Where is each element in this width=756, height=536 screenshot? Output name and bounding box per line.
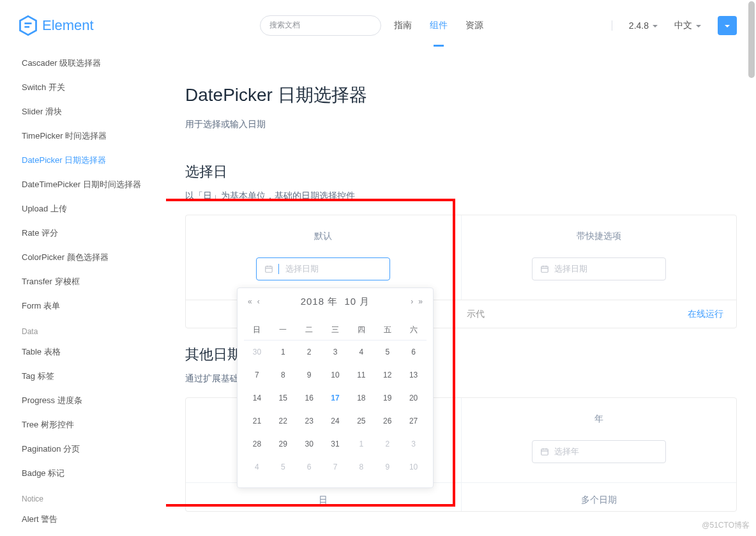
date-cell[interactable]: 3 bbox=[322, 341, 349, 364]
demo-label-year: 年 bbox=[474, 413, 724, 425]
sidebar-item[interactable]: Slider 滑块 bbox=[22, 100, 166, 124]
date-cell[interactable]: 27 bbox=[400, 410, 427, 433]
sidebar-item[interactable]: Rate 评分 bbox=[22, 221, 166, 245]
date-cell[interactable]: 3 bbox=[400, 433, 427, 456]
date-cell[interactable]: 30 bbox=[296, 433, 322, 456]
sidebar: Cascader 级联选择器Switch 开关Slider 滑块TimePick… bbox=[0, 51, 166, 536]
date-cell[interactable]: 2 bbox=[374, 433, 400, 456]
next-month-button[interactable]: › bbox=[408, 297, 416, 306]
date-cell[interactable]: 5 bbox=[270, 456, 296, 479]
date-cell[interactable]: 31 bbox=[322, 433, 349, 456]
date-cell[interactable]: 10 bbox=[322, 364, 349, 387]
prev-year-button[interactable]: « bbox=[245, 297, 255, 306]
footer-partial-text: 示代 bbox=[467, 309, 485, 320]
demo-label-default: 默认 bbox=[199, 231, 448, 242]
date-cell[interactable]: 10 bbox=[400, 456, 427, 479]
sidebar-item[interactable]: Pagination 分页 bbox=[22, 437, 166, 461]
nav-guide[interactable]: 指南 bbox=[394, 16, 412, 35]
date-cell[interactable]: 9 bbox=[296, 364, 322, 387]
date-placeholder: 选择日期 bbox=[554, 263, 587, 275]
sidebar-item[interactable]: DateTimePicker 日期时间选择器 bbox=[22, 172, 166, 197]
sidebar-item[interactable]: Cascader 级联选择器 bbox=[22, 51, 166, 75]
date-cell[interactable]: 8 bbox=[348, 456, 374, 479]
sidebar-item[interactable]: Form 表单 bbox=[22, 294, 166, 318]
section-title-day: 选择日 bbox=[185, 162, 737, 181]
nav-resource[interactable]: 资源 bbox=[465, 16, 483, 35]
date-cell[interactable]: 1 bbox=[270, 341, 296, 364]
sidebar-item[interactable]: Alert 警告 bbox=[22, 507, 166, 532]
date-cell[interactable]: 4 bbox=[244, 456, 270, 479]
sidebar-item[interactable]: TimePicker 时间选择器 bbox=[22, 124, 166, 148]
main-content: DatePicker 日期选择器 用于选择或输入日期 选择日 以「日」为基本单位… bbox=[166, 51, 756, 536]
date-cell[interactable]: 8 bbox=[270, 364, 296, 387]
date-cell[interactable]: 18 bbox=[348, 387, 374, 410]
page-desc: 用于选择或输入日期 bbox=[185, 119, 737, 130]
demo-cell-multi: 多个日期 bbox=[461, 483, 737, 511]
date-cell[interactable]: 21 bbox=[244, 410, 270, 433]
text-cursor bbox=[278, 264, 279, 274]
date-input-default[interactable]: 选择日期 bbox=[256, 257, 390, 280]
date-cell[interactable]: 12 bbox=[374, 364, 400, 387]
svg-rect-2 bbox=[541, 449, 548, 455]
date-cell[interactable]: 22 bbox=[270, 410, 296, 433]
top-nav: 指南 组件 资源 2.4.8 中文 bbox=[394, 16, 737, 35]
date-cell[interactable]: 23 bbox=[296, 410, 322, 433]
calendar-icon bbox=[264, 264, 273, 273]
run-online-button[interactable]: 在线运行 bbox=[688, 309, 723, 320]
sidebar-item[interactable]: Tree 树形控件 bbox=[22, 413, 166, 437]
version-selector[interactable]: 2.4.8 bbox=[629, 20, 658, 31]
date-cell[interactable]: 14 bbox=[244, 387, 270, 410]
date-input-shortcut[interactable]: 选择日期 bbox=[532, 257, 666, 280]
prev-month-button[interactable]: ‹ bbox=[255, 297, 262, 306]
date-cell[interactable]: 16 bbox=[296, 387, 322, 410]
date-cell[interactable]: 13 bbox=[400, 364, 427, 387]
theme-button[interactable] bbox=[718, 16, 737, 35]
element-logo-icon bbox=[19, 15, 37, 36]
language-selector[interactable]: 中文 bbox=[674, 20, 701, 31]
sidebar-item[interactable]: Upload 上传 bbox=[22, 197, 166, 221]
date-grid: 日一二三四五六301234567891011121314151617181920… bbox=[238, 315, 433, 487]
date-cell[interactable]: 4 bbox=[348, 341, 374, 364]
date-cell[interactable]: 11 bbox=[348, 364, 374, 387]
date-cell[interactable]: 17 bbox=[322, 387, 349, 410]
watermark: @51CTO博客 bbox=[702, 520, 750, 531]
date-cell[interactable]: 30 bbox=[244, 341, 270, 364]
search-input[interactable]: 搜索文档 bbox=[260, 15, 381, 36]
weekday-header: 一 bbox=[270, 319, 296, 341]
logo[interactable]: Element bbox=[19, 15, 94, 36]
date-cell[interactable]: 29 bbox=[270, 433, 296, 456]
nav-component[interactable]: 组件 bbox=[430, 16, 448, 35]
date-cell[interactable]: 20 bbox=[400, 387, 427, 410]
weekday-header: 日 bbox=[244, 319, 270, 341]
date-cell[interactable]: 1 bbox=[348, 433, 374, 456]
date-cell[interactable]: 6 bbox=[400, 341, 427, 364]
scrollbar[interactable] bbox=[748, 1, 755, 78]
date-panel-header: « ‹ 2018 年 10 月 › » bbox=[238, 288, 433, 315]
date-cell[interactable]: 2 bbox=[296, 341, 322, 364]
date-cell[interactable]: 26 bbox=[374, 410, 400, 433]
sidebar-item[interactable]: Table 表格 bbox=[22, 340, 166, 364]
next-year-button[interactable]: » bbox=[416, 297, 425, 306]
date-cell[interactable]: 9 bbox=[374, 456, 400, 479]
date-cell[interactable]: 25 bbox=[348, 410, 374, 433]
date-cell[interactable]: 7 bbox=[322, 456, 349, 479]
sidebar-group-notice: Notice bbox=[22, 486, 166, 507]
date-cell[interactable]: 6 bbox=[296, 456, 322, 479]
date-cell[interactable]: 19 bbox=[374, 387, 400, 410]
date-cell[interactable]: 7 bbox=[244, 364, 270, 387]
date-cell[interactable]: 5 bbox=[374, 341, 400, 364]
sidebar-item[interactable]: Progress 进度条 bbox=[22, 388, 166, 413]
sidebar-item[interactable]: Switch 开关 bbox=[22, 75, 166, 100]
date-cell[interactable]: 15 bbox=[270, 387, 296, 410]
date-cell[interactable]: 28 bbox=[244, 433, 270, 456]
calendar-icon bbox=[540, 264, 549, 273]
year-input[interactable]: 选择年 bbox=[532, 440, 666, 463]
sidebar-item[interactable]: Badge 标记 bbox=[22, 461, 166, 486]
date-cell[interactable]: 24 bbox=[322, 410, 349, 433]
chevron-down-icon bbox=[725, 20, 730, 31]
sidebar-item[interactable]: Tag 标签 bbox=[22, 364, 166, 388]
sidebar-item[interactable]: ColorPicker 颜色选择器 bbox=[22, 245, 166, 270]
sidebar-item[interactable]: Transfer 穿梭框 bbox=[22, 270, 166, 294]
weekday-header: 四 bbox=[348, 319, 374, 341]
sidebar-item[interactable]: DatePicker 日期选择器 bbox=[22, 148, 166, 172]
